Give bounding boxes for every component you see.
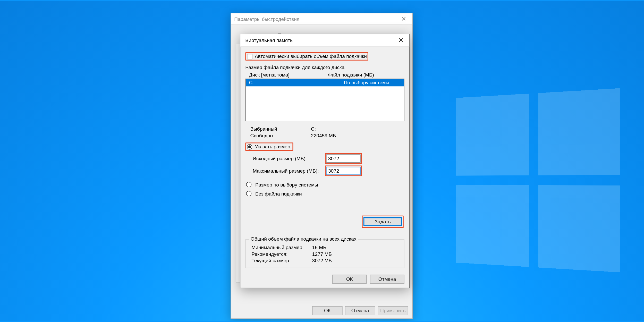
windows-logo-icon (456, 88, 620, 272)
system-managed-label: Размер по выбору системы (255, 182, 318, 188)
disk-drive-cell: C: (246, 80, 344, 86)
current-size-value: 3072 МБ (312, 258, 332, 264)
custom-size-radio[interactable]: Указать размер: (245, 142, 293, 151)
free-space-value: 220459 МБ (311, 133, 336, 138)
initial-size-input[interactable] (326, 155, 361, 163)
free-space-label: Свободно: (250, 133, 311, 138)
system-managed-radio[interactable]: Размер по выбору системы (246, 182, 318, 188)
parent-apply-button: Применить (378, 306, 408, 315)
custom-size-label: Указать размер: (255, 144, 292, 149)
no-paging-label: Без файла подкачки (255, 191, 302, 197)
disk-row[interactable]: C: По выбору системы (246, 79, 404, 87)
current-size-label: Текущий размер: (251, 258, 312, 264)
parent-cancel-button[interactable]: Отмена (345, 306, 375, 315)
vm-title: Виртуальная память (245, 37, 293, 43)
total-paging-group: Общий объем файла подкачки на всех диска… (245, 239, 404, 268)
parent-title: Параметры быстродействия (234, 16, 299, 22)
radio-icon (246, 191, 251, 196)
minimum-size-label: Минимальный размер: (251, 245, 312, 250)
close-icon[interactable]: ✕ (396, 36, 406, 44)
auto-manage-label: Автоматически выбирать объем файла подка… (255, 54, 367, 59)
radio-icon (246, 182, 251, 187)
auto-manage-checkbox[interactable]: Автоматически выбирать объем файла подка… (245, 52, 368, 61)
desktop-background: Параметры быстродействия ✕ Предотвращени… (0, 1, 644, 321)
disk-paging-cell: По выбору системы (344, 80, 404, 86)
maximum-size-label: Максимальный размер (МБ): (253, 168, 325, 174)
no-paging-radio[interactable]: Без файла подкачки (246, 191, 302, 197)
vm-ok-button[interactable]: ОК (332, 275, 367, 284)
checkbox-icon (247, 54, 252, 59)
per-drive-section-label: Размер файла подкачки для каждого диска (245, 65, 404, 70)
disk-list[interactable]: C: По выбору системы (245, 79, 404, 121)
selected-drive-label: Выбранный (250, 126, 311, 132)
selected-drive-value: C: (311, 126, 316, 132)
maximum-size-input[interactable] (326, 167, 361, 175)
paging-column-header: Файл подкачки (МБ) (328, 72, 404, 78)
recommended-size-value: 1277 МБ (312, 251, 332, 257)
recommended-size-label: Рекомендуется: (251, 251, 312, 257)
set-button[interactable]: Задать (363, 217, 402, 226)
minimum-size-value: 16 МБ (312, 245, 326, 250)
disk-column-header: Диск [метка тома] (246, 72, 328, 78)
vm-cancel-button[interactable]: Отмена (370, 275, 404, 284)
initial-size-label: Исходный размер (МБ): (253, 156, 325, 161)
parent-titlebar: Параметры быстродействия ✕ (231, 13, 412, 25)
virtual-memory-dialog: Виртуальная память ✕ Автоматически выбир… (240, 34, 410, 288)
parent-ok-button[interactable]: ОК (312, 306, 343, 315)
radio-icon (247, 144, 252, 149)
total-paging-legend: Общий объем файла подкачки на всех диска… (249, 236, 358, 242)
vm-titlebar: Виртуальная память ✕ (240, 34, 409, 47)
close-icon[interactable]: ✕ (399, 15, 409, 23)
disk-list-headers: Диск [метка тома] Файл подкачки (МБ) (246, 72, 404, 78)
